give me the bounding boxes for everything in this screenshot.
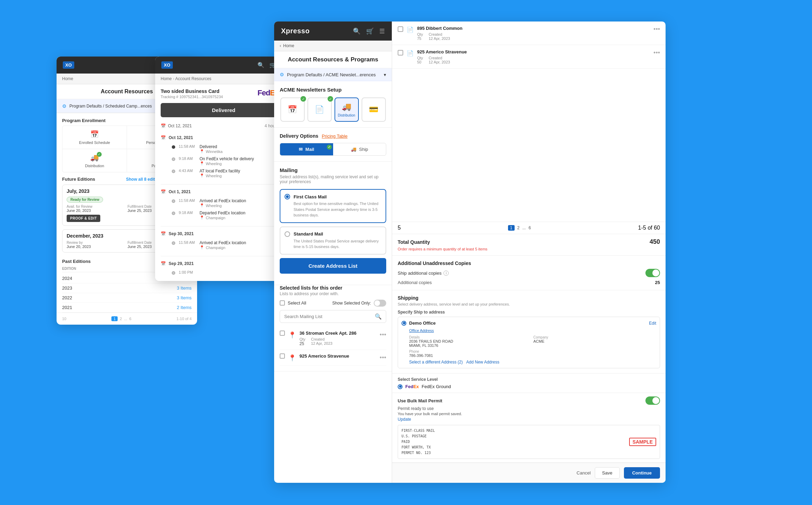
total-qty-value: 450 [650, 238, 660, 246]
p3r-doc-icon-0: 📄 [407, 26, 414, 33]
pagination: 1 2 ... 6 [111, 316, 132, 321]
nav-arrow[interactable]: ‹ [280, 43, 281, 48]
search-icon-2[interactable]: 🔍 [257, 62, 264, 68]
tl-dot [172, 271, 175, 275]
standard-mail-desc: The United States Postal Service average… [285, 238, 381, 250]
service-level-section: Select Service Level FedEx FedEx Ground [392, 374, 666, 393]
standard-mail-option[interactable]: Standard Mail The United States Postal S… [280, 226, 386, 255]
total-qty-label: Total Quantity [398, 239, 430, 245]
tl-entry: 1:00 PM [161, 269, 287, 276]
mail-tab[interactable]: ✉ Mail ✓ [280, 143, 333, 155]
page-1[interactable]: 1 [111, 316, 118, 321]
panel3-title: Account Resources & Programs [274, 51, 392, 68]
select-all-checkbox[interactable] [280, 300, 285, 306]
p3r-page-6[interactable]: 6 [528, 225, 531, 230]
addr-checkbox-1[interactable] [280, 353, 285, 359]
calendar-icon-small: 📅 [161, 123, 166, 128]
tl-entry: 9:18 AM On FedEx vehicle for delivery 📍 … [161, 155, 287, 167]
select-all-row: Select All Show Selected Only: [280, 300, 386, 307]
ready-badge: Ready for Review [67, 197, 103, 203]
update-link[interactable]: Update [398, 417, 411, 422]
cancel-button[interactable]: Cancel [577, 470, 591, 476]
mail-label: Mail [305, 147, 314, 152]
company-value: ACME [533, 339, 656, 343]
step-tab-calendar[interactable]: 📅 ✓ [280, 97, 305, 122]
first-class-option[interactable]: First Class Mail Best option for time-se… [280, 189, 386, 223]
ship-additional-toggle[interactable] [645, 269, 660, 277]
chevron-down-icon-3[interactable]: ▾ [384, 72, 386, 77]
details-value: 2036 TRAILS END ROADMIAMI, FL 33176 [409, 339, 532, 348]
step-tab-payment[interactable]: 💳 [362, 97, 386, 122]
search-icon-3[interactable]: 🔍 [353, 27, 361, 35]
standard-mail-label: Standard Mail [294, 231, 323, 237]
additional-copies-value: 25 [655, 280, 660, 285]
past-items-2021[interactable]: 2 Items [177, 305, 192, 310]
tracking-header: Two sided Business Card Tracking # 10975… [155, 84, 292, 103]
enrollment-item-distribution[interactable]: 🚚 ✓ Distribution [62, 149, 127, 172]
program-label-3: Program Defaults / ACME Newslet...erence… [287, 72, 376, 77]
step-check-2: ✓ [328, 96, 333, 102]
pricing-table-link[interactable]: Pricing Table [322, 134, 347, 139]
enrollment-item-schedule[interactable]: 📅 Enrolled Schedule [62, 126, 127, 149]
info-circle-icon: i [443, 271, 449, 276]
p3r-pagination: 1 2 ... 6 [508, 225, 531, 231]
setup-title: ACME Newsletters Setup [280, 87, 386, 93]
nav-home-3[interactable]: Home [283, 43, 294, 48]
cart-icon-3[interactable]: 🛒 [366, 27, 374, 35]
p3r-page-2[interactable]: 2 [517, 225, 520, 230]
stamp-text: FIRST-CLASS MAIL U.S. POSTAGE PAID FORT … [401, 428, 656, 456]
p3r-checkbox-0[interactable] [398, 26, 403, 32]
addr-checkbox-0[interactable] [280, 331, 285, 336]
avail-label-dec: Review by [67, 241, 126, 245]
calendar-step-icon: 📅 [288, 105, 297, 114]
menu-icon-3[interactable]: ☰ [379, 27, 385, 35]
show-selected-toggle: Show Selected Only: [332, 300, 386, 307]
show-selected-toggle-track[interactable] [374, 300, 386, 307]
page-dots: ... [124, 317, 127, 321]
page-6[interactable]: 6 [129, 317, 132, 321]
p3r-dots-0[interactable]: ••• [653, 26, 660, 33]
ship-tab[interactable]: 🚚 Ship [333, 143, 386, 155]
ship-addr-label: Specify Ship to address [398, 310, 660, 315]
past-items-2023[interactable]: 3 Items [177, 285, 192, 291]
tl-date-3: Sep 29, 2021 [169, 261, 194, 266]
add-new-address-link[interactable]: Add New Address [466, 360, 499, 365]
qty-note: Order requires a minimum quantity of at … [398, 247, 660, 251]
gear-icon-3: ⚙ [280, 72, 284, 77]
create-address-button[interactable]: Create Address List [280, 258, 386, 274]
step-label-schedule: Enrolled Schedule [79, 140, 110, 145]
address-item-0: 📍 36 Stroman Creek Apt. 286 Qty25 Create… [280, 327, 386, 350]
proof-edit-button[interactable]: PROOF & EDIT [67, 215, 100, 222]
p3r-page-1[interactable]: 1 [508, 225, 515, 231]
cal-icon-tl2: 📅 [161, 231, 166, 236]
cal-icon-tl: 📅 [161, 135, 166, 140]
per-page-select[interactable]: 10 [62, 317, 66, 321]
mail-icon: ✉ [299, 147, 303, 152]
p3r-dots-1[interactable]: ••• [653, 49, 660, 57]
different-address-link[interactable]: Select a different Address (2) [409, 360, 463, 365]
addr-info-0: 36 Stroman Creek Apt. 286 Qty25 Created1… [299, 331, 376, 346]
continue-button[interactable]: Continue [624, 467, 660, 479]
company-col-label: Company [533, 335, 656, 339]
search-mailing-input[interactable] [284, 314, 372, 319]
panel2-fedex-card: XO 🔍 🛒 ☰ Home › Account Resources Two si… [155, 57, 292, 281]
p3r-checkbox-1[interactable] [398, 50, 403, 55]
program-label: Program Defaults / Scheduled Camp...ence… [69, 104, 152, 109]
edit-link[interactable]: Edit [649, 321, 656, 326]
addr-menu-1[interactable]: ••• [380, 354, 386, 361]
p3r-per-page[interactable]: 5 [398, 225, 401, 231]
past-items-2022[interactable]: 3 Items [177, 295, 192, 300]
location-icon-0: 📍 [288, 331, 296, 339]
page-2[interactable]: 2 [120, 317, 122, 321]
bulk-permit-toggle[interactable] [645, 396, 660, 405]
panel1-footer: 10 1 2 ... 6 1-10 of 4 [57, 313, 197, 325]
office-address-link[interactable]: Office Address [409, 328, 434, 333]
nav-home[interactable]: Home [62, 76, 73, 81]
delivery-label: Delivery Options [280, 133, 318, 139]
addr-menu-0[interactable]: ••• [380, 331, 386, 339]
nav-home-2[interactable]: Home [161, 76, 172, 81]
step-tab-doc[interactable]: 📄 ✓ [307, 97, 332, 122]
save-button[interactable]: Save [595, 467, 620, 479]
step-tab-distribution[interactable]: 🚚 Distribution [335, 97, 359, 122]
radio-circle-selected [285, 194, 290, 199]
